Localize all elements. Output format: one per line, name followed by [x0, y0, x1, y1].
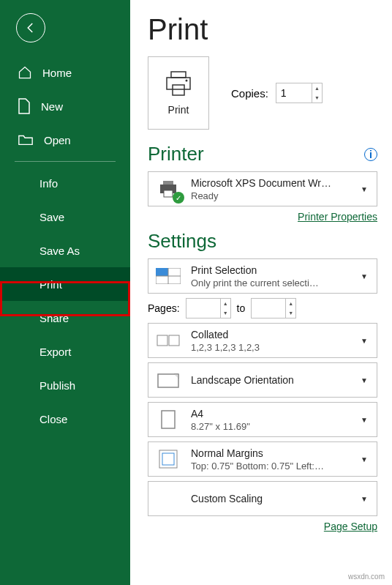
folder-open-icon	[18, 133, 34, 146]
setting-orientation[interactable]: Landscape Orientation ▼	[148, 362, 377, 398]
backstage-sidebar: Home New Open Info Save Save As Print Sh…	[0, 0, 130, 585]
nav-publish[interactable]: Publish	[0, 368, 130, 402]
printer-icon: ✓	[154, 176, 182, 201]
printer-ready-check-icon: ✓	[173, 192, 184, 204]
home-icon	[18, 65, 32, 80]
nav-save-as[interactable]: Save As	[0, 234, 130, 267]
nav-home[interactable]: Home	[0, 56, 130, 89]
chevron-down-icon: ▼	[358, 185, 371, 193]
pages-label: Pages:	[148, 302, 180, 314]
print-row: Print Copies: ▲▼	[148, 56, 377, 130]
setting-collate[interactable]: Collated 1,2,3 1,2,3 1,2,3 ▼	[148, 323, 377, 358]
pages-to-spinner[interactable]: ▲▼	[251, 298, 296, 318]
nav-save[interactable]: Save	[0, 200, 130, 234]
nav-open-label: Open	[44, 134, 71, 146]
back-arrow-icon	[24, 21, 37, 34]
spin-up-icon[interactable]: ▲	[286, 299, 295, 308]
svg-point-3	[186, 80, 188, 82]
svg-rect-5	[163, 181, 173, 185]
spin-up-icon[interactable]: ▲	[312, 83, 322, 93]
nav-share[interactable]: Share	[0, 301, 130, 335]
svg-rect-14	[162, 411, 175, 428]
selection-icon	[154, 264, 182, 288]
collate-icon	[154, 328, 182, 353]
copies-label: Copies:	[231, 87, 268, 100]
svg-rect-13	[158, 374, 178, 387]
chevron-down-icon: ▼	[358, 416, 371, 424]
page-setup-link[interactable]: Page Setup	[148, 521, 377, 532]
copies-spinner[interactable]: ▲▼	[276, 83, 323, 103]
pages-from-spinner[interactable]: ▲▼	[186, 298, 231, 318]
svg-rect-16	[162, 453, 174, 465]
svg-rect-2	[173, 85, 184, 95]
pages-from-input[interactable]	[186, 299, 220, 318]
svg-rect-12	[169, 335, 179, 346]
setting-paper-size[interactable]: A4 8.27" x 11.69" ▼	[148, 402, 377, 437]
nav-new-label: New	[41, 100, 63, 113]
pages-row: Pages: ▲▼ to ▲▼	[148, 298, 377, 318]
setting-print-selection[interactable]: Print Selection Only print the current s…	[148, 258, 377, 294]
printer-dropdown[interactable]: ✓ Microsoft XPS Document Wr… Ready ▼	[148, 171, 377, 206]
printer-name: Microsoft XPS Document Wr…	[191, 177, 349, 189]
watermark: wsxdn.com	[348, 573, 385, 581]
nav-print[interactable]: Print	[0, 267, 130, 301]
spin-up-icon[interactable]: ▲	[221, 299, 230, 308]
pages-to-input[interactable]	[252, 299, 285, 318]
setting-margins[interactable]: Normal Margins Top: 0.75" Bottom: 0.75" …	[148, 441, 377, 477]
nav-export[interactable]: Export	[0, 335, 130, 368]
printer-large-icon	[164, 70, 193, 97]
printer-info-icon[interactable]: i	[364, 148, 377, 161]
nav-home-label: Home	[42, 67, 72, 79]
scaling-icon	[154, 486, 182, 511]
paper-icon	[154, 407, 182, 432]
nav-close[interactable]: Close	[0, 402, 130, 436]
landscape-icon	[154, 368, 182, 392]
page-title: Print	[148, 13, 377, 46]
chevron-down-icon: ▼	[358, 455, 371, 463]
chevron-down-icon: ▼	[358, 376, 371, 384]
spin-down-icon[interactable]: ▼	[221, 308, 230, 318]
printer-header: Printer	[148, 143, 204, 165]
chevron-down-icon: ▼	[358, 272, 371, 280]
print-button[interactable]: Print	[148, 56, 209, 130]
back-button[interactable]	[16, 13, 45, 42]
spin-down-icon[interactable]: ▼	[312, 93, 322, 103]
nav-new[interactable]: New	[0, 89, 130, 123]
nav-divider	[15, 161, 116, 162]
svg-rect-0	[171, 72, 186, 78]
setting-scaling[interactable]: Custom Scaling ▼	[148, 481, 377, 516]
nav-secondary: Info Save Save As Print Share Export Pub…	[0, 166, 130, 436]
printer-header-row: Printer i	[148, 143, 377, 165]
spin-down-icon[interactable]: ▼	[286, 308, 295, 318]
printer-properties-link[interactable]: Printer Properties	[148, 211, 377, 223]
chevron-down-icon: ▼	[358, 337, 371, 345]
nav-info[interactable]: Info	[0, 166, 130, 200]
copies-group: Copies: ▲▼	[231, 83, 323, 103]
new-doc-icon	[18, 98, 31, 114]
main-panel: Print Print Copies: ▲▼ Printer i ✓	[130, 0, 392, 585]
nav-primary: Home New Open	[0, 56, 130, 157]
svg-rect-8	[156, 268, 168, 276]
print-button-label: Print	[168, 104, 189, 116]
printer-status: Ready	[191, 190, 349, 201]
pages-to-label: to	[237, 302, 246, 314]
svg-rect-6	[164, 190, 173, 197]
copies-input[interactable]	[276, 83, 312, 103]
chevron-down-icon: ▼	[358, 495, 371, 503]
svg-rect-11	[157, 335, 167, 346]
settings-header: Settings	[148, 230, 377, 253]
margins-icon	[154, 447, 182, 472]
nav-open[interactable]: Open	[0, 123, 130, 157]
svg-rect-1	[167, 78, 190, 89]
